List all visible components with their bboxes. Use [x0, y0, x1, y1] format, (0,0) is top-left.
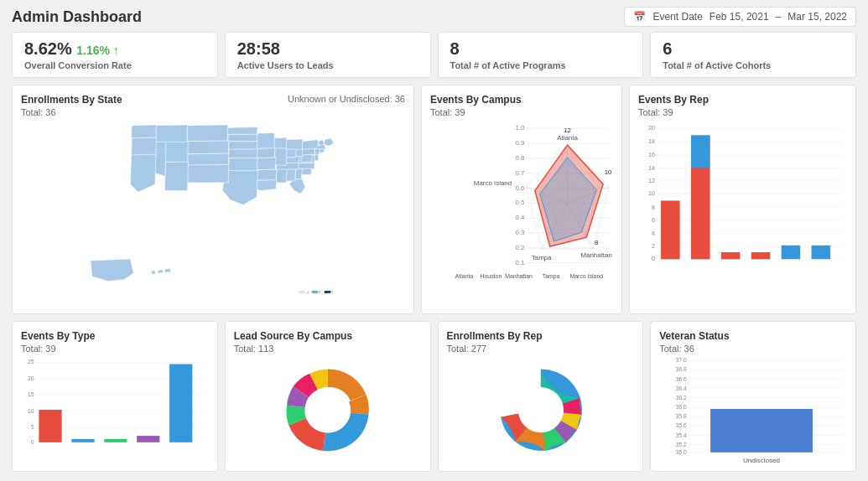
svg-text:Houston: Houston	[480, 273, 502, 279]
svg-text:35.0: 35.0	[676, 449, 687, 455]
svg-rect-71	[661, 200, 680, 259]
svg-rect-75	[751, 252, 771, 259]
svg-text:0.7: 0.7	[516, 169, 525, 177]
rep-chart-total: Total: 39	[638, 107, 847, 117]
svg-text:18: 18	[648, 138, 655, 145]
us-map: -1 0 1	[21, 121, 405, 305]
svg-text:36.2: 36.2	[676, 395, 687, 401]
svg-text:4: 4	[652, 230, 655, 237]
svg-text:14: 14	[648, 165, 655, 172]
svg-text:0.1: 0.1	[516, 259, 526, 266]
svg-text:0.8: 0.8	[516, 154, 526, 162]
kpi-conversion-rate: 8.62% 1.16% ↑ Overall Conversion Rate	[12, 32, 218, 78]
kpi-active-cohorts: 6 Total # of Active Cohorts	[650, 32, 856, 78]
svg-text:35.2: 35.2	[676, 442, 687, 447]
svg-text:0.3: 0.3	[516, 229, 526, 236]
svg-rect-4	[325, 291, 331, 293]
calendar-icon: 📅	[633, 11, 646, 23]
campus-chart-title: Events By Campus	[430, 94, 613, 106]
svg-text:Atlanta: Atlanta	[557, 134, 578, 142]
svg-text:20: 20	[648, 125, 655, 132]
lead-source-total: Total: 113	[234, 344, 422, 354]
svg-text:36.4: 36.4	[676, 385, 687, 391]
svg-rect-77	[812, 246, 831, 259]
veteran-status-chart: 37.0 36.8 36.6 36.4 36.2 36.0 35.8 35.6 …	[659, 354, 847, 463]
svg-point-107	[517, 387, 563, 432]
charts-row-2: Events By Type Total: 39 25 20 15 10 5 0	[0, 321, 868, 478]
svg-text:-1: -1	[306, 291, 309, 294]
svg-text:36.6: 36.6	[676, 376, 687, 382]
conversion-rate-secondary: 1.16% ↑	[76, 44, 119, 57]
svg-point-106	[305, 387, 351, 432]
svg-text:12: 12	[648, 178, 655, 184]
svg-text:20: 20	[28, 375, 34, 381]
svg-text:10: 10	[605, 168, 612, 176]
enroll-rep-title: Enrollments By Rep	[447, 330, 635, 342]
active-cohorts-label: Total # of Active Cohorts	[663, 60, 844, 70]
svg-text:36.0: 36.0	[676, 404, 687, 410]
svg-text:37.0: 37.0	[676, 357, 687, 363]
svg-text:0: 0	[652, 256, 655, 262]
kpi-active-programs: 8 Total # of Active Programs	[438, 32, 644, 78]
conversion-rate-value: 8.62%	[24, 39, 72, 58]
active-programs-label: Total # of Active Programs	[450, 60, 632, 70]
event-date-label: Event Date	[652, 11, 702, 23]
lead-source-title: Lead Source By Campus	[234, 330, 422, 342]
svg-text:0.2: 0.2	[516, 244, 525, 251]
svg-text:Tampa: Tampa	[543, 273, 560, 280]
svg-text:Marco Island: Marco Island	[569, 273, 603, 279]
svg-text:Marco Island: Marco Island	[474, 179, 512, 187]
events-by-type-card: Events By Type Total: 39 25 20 15 10 5 0	[12, 321, 218, 472]
svg-text:15: 15	[28, 391, 34, 397]
svg-rect-100	[169, 364, 192, 442]
date-range-picker[interactable]: 📅 Event Date Feb 15, 2021 – Mar 15, 2022	[624, 7, 856, 27]
svg-text:Manhattan: Manhattan	[505, 273, 533, 279]
rep-chart-title: Events By Rep	[638, 94, 847, 106]
map-chart-unknown: Unknown or Undisclosed: 36	[288, 94, 405, 104]
svg-text:35.4: 35.4	[676, 432, 687, 438]
veteran-status-card: Veteran Status Total: 36 37.0 36.8 36.6 …	[650, 321, 856, 472]
type-chart-title: Events By Type	[21, 330, 209, 342]
svg-text:1: 1	[331, 291, 333, 294]
type-chart-total: Total: 39	[21, 344, 209, 354]
svg-text:Atlanta: Atlanta	[455, 273, 474, 279]
svg-text:0: 0	[319, 291, 320, 294]
veteran-status-title: Veteran Status	[659, 330, 847, 342]
svg-text:35.6: 35.6	[676, 422, 687, 428]
map-chart-title: Enrollments By State	[21, 94, 122, 106]
svg-text:36.8: 36.8	[676, 366, 687, 372]
date-end: Mar 15, 2022	[787, 11, 847, 23]
svg-text:2: 2	[652, 243, 655, 250]
events-by-rep-card: Events By Rep Total: 39 20 18 16 14 12 1…	[629, 85, 856, 314]
charts-row-1: Enrollments By State Total: 36 Unknown o…	[0, 85, 868, 321]
enroll-rep-total: Total: 277	[447, 344, 635, 354]
kpi-active-users: 28:58 Active Users to Leads	[225, 32, 431, 78]
active-users-label: Active Users to Leads	[237, 60, 418, 70]
svg-text:12: 12	[564, 127, 571, 134]
type-bar-chart: 25 20 15 10 5 0	[21, 354, 209, 463]
lead-source-donut	[234, 354, 422, 463]
svg-rect-74	[721, 252, 741, 259]
svg-text:5: 5	[31, 424, 34, 430]
svg-text:0.5: 0.5	[516, 199, 526, 206]
svg-rect-98	[104, 439, 127, 442]
map-chart-total: Total: 36	[21, 107, 122, 117]
svg-text:0.9: 0.9	[516, 139, 526, 147]
active-programs-value: 8	[450, 39, 632, 59]
active-cohorts-value: 6	[663, 39, 844, 59]
svg-text:0.6: 0.6	[516, 184, 526, 192]
svg-text:35.8: 35.8	[676, 413, 687, 419]
rep-bar-chart: 20 18 16 14 12 10 8 6 4 2 0	[638, 117, 847, 285]
svg-text:16: 16	[648, 152, 655, 158]
events-by-campus-card: Events By Campus Total: 39 1.0 0.9 0.8 0…	[421, 85, 622, 314]
page-title: Admin Dashboard	[12, 8, 142, 26]
campus-chart-total: Total: 39	[430, 107, 613, 117]
svg-text:10: 10	[648, 190, 655, 197]
enrollments-by-rep-card: Enrollments By Rep Total: 277	[438, 321, 644, 472]
conversion-rate-label: Overall Conversion Rate	[24, 60, 205, 70]
svg-text:6: 6	[652, 217, 655, 224]
svg-text:Undisclosed: Undisclosed	[743, 457, 780, 463]
kpi-row: 8.62% 1.16% ↑ Overall Conversion Rate 28…	[0, 32, 868, 85]
svg-rect-0	[299, 291, 305, 293]
enrollments-by-state-card: Enrollments By State Total: 36 Unknown o…	[12, 85, 414, 314]
